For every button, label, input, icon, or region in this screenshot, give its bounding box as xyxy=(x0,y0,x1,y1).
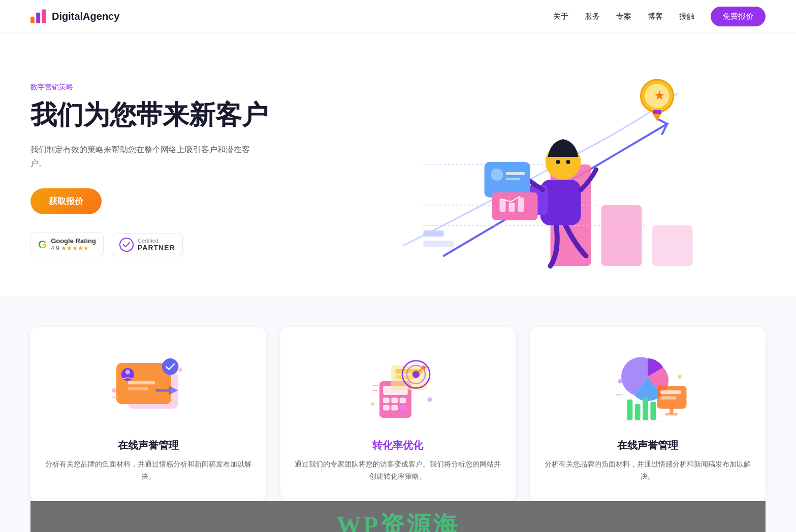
nav-cases[interactable]: 专案 xyxy=(616,12,631,21)
service-card-0: 在线声誉管理 分析有关您品牌的负面材料，并通过情感分析和新闻稿发布加以解决。 xyxy=(30,327,266,501)
google-g-icon: G xyxy=(38,238,47,251)
svg-rect-72 xyxy=(665,413,678,416)
certified-icon xyxy=(119,238,134,252)
watermark-text: WP资源海 xyxy=(337,512,459,532)
svg-rect-11 xyxy=(424,241,454,247)
google-rating-label: Google Rating xyxy=(51,237,96,245)
svg-rect-32 xyxy=(128,381,155,384)
svg-rect-33 xyxy=(128,387,148,390)
nav-links: 关于 服务 专案 博客 接触 免费报价 xyxy=(553,7,766,26)
hero-content: 数字营销策略 我们为您带来新客户 我们制定有效的策略来帮助您在整个网络上吸引客户… xyxy=(30,83,315,256)
svg-rect-22 xyxy=(500,199,506,212)
svg-point-18 xyxy=(491,169,503,181)
svg-point-15 xyxy=(556,160,560,164)
svg-rect-6 xyxy=(652,225,693,266)
svg-point-40 xyxy=(178,368,182,372)
hero-illustration: ★ xyxy=(315,63,766,276)
svg-point-39 xyxy=(112,388,116,393)
watermark: WP资源海 xyxy=(30,501,766,532)
service-card-2: 在线声誉管理 分析有关您品牌的负面材料，并通过情感分析和新闻稿发布加以解决。 xyxy=(530,327,766,501)
svg-rect-46 xyxy=(400,397,406,403)
svg-rect-70 xyxy=(660,396,677,400)
nav-blog[interactable]: 博客 xyxy=(648,12,663,21)
svg-point-74 xyxy=(678,375,682,378)
google-stars: ★★★★★ xyxy=(61,245,89,252)
services-grid: 在线声誉管理 分析有关您品牌的负面材料，并通过情感分析和新闻稿发布加以解决。 xyxy=(30,327,766,501)
hero-cta-button[interactable]: 获取报价 xyxy=(30,188,102,214)
certified-label: Certified xyxy=(138,238,175,244)
svg-point-60 xyxy=(428,397,432,402)
service-desc-0: 分析有关您品牌的负面材料，并通过情感分析和新闻稿发布加以解决。 xyxy=(45,458,252,483)
certified-text: Certified PARTNER xyxy=(138,238,175,252)
svg-rect-24 xyxy=(518,197,524,212)
svg-point-3 xyxy=(120,238,133,251)
svg-point-16 xyxy=(566,160,570,164)
svg-rect-0 xyxy=(30,17,35,23)
svg-rect-47 xyxy=(384,405,390,411)
google-rating-badge: G Google Rating 4.9 ★★★★★ xyxy=(30,232,104,256)
google-rating-value: 4.9 ★★★★★ xyxy=(51,245,96,252)
service-title-2: 在线声誉管理 xyxy=(617,439,678,452)
svg-point-61 xyxy=(371,402,374,406)
svg-rect-49 xyxy=(400,405,406,411)
service-icon-1 xyxy=(352,345,443,426)
hero-tag: 数字营销策略 xyxy=(30,83,315,92)
nav-contact[interactable]: 接触 xyxy=(679,12,694,21)
svg-rect-23 xyxy=(509,203,515,212)
service-card-1: 转化率优化 通过我们的专家团队将您的访客变成客户。我们将分析您的网站并创建转化率… xyxy=(280,327,516,501)
logo[interactable]: DigitalAgency xyxy=(30,9,119,23)
service-desc-2: 分析有关您品牌的负面材料，并通过情感分析和新闻稿发布加以解决。 xyxy=(544,458,751,483)
svg-rect-20 xyxy=(506,178,520,180)
service-svg-0 xyxy=(103,340,194,431)
hero-title: 我们为您带来新客户 xyxy=(30,100,315,130)
svg-rect-64 xyxy=(635,404,641,420)
svg-rect-44 xyxy=(384,397,390,403)
certified-partner-badge: Certified PARTNER xyxy=(112,233,183,256)
nav-services[interactable]: 服务 xyxy=(585,12,600,21)
services-section: 在线声誉管理 分析有关您品牌的负面材料，并通过情感分析和新闻稿发布加以解决。 xyxy=(0,296,796,532)
svg-rect-5 xyxy=(601,205,642,266)
svg-rect-65 xyxy=(643,397,648,420)
service-desc-1: 通过我们的专家团队将您的访客变成客户。我们将分析您的网站并创建转化率策略。 xyxy=(295,458,502,483)
navbar: DigitalAgency 关于 服务 专案 博客 接触 免费报价 xyxy=(0,0,796,32)
service-svg-2 xyxy=(602,340,693,431)
google-badge-text: Google Rating 4.9 ★★★★★ xyxy=(51,237,96,252)
service-title-1: 转化率优化 xyxy=(372,439,423,452)
svg-rect-71 xyxy=(670,408,673,414)
nav-about[interactable]: 关于 xyxy=(553,12,568,21)
svg-rect-66 xyxy=(651,402,656,420)
svg-rect-37 xyxy=(155,389,170,391)
hero-svg: ★ xyxy=(315,63,766,276)
svg-rect-45 xyxy=(392,397,398,403)
svg-rect-27 xyxy=(653,110,661,114)
svg-rect-1 xyxy=(36,13,40,23)
svg-rect-69 xyxy=(660,390,681,394)
service-icon-2 xyxy=(602,345,693,426)
service-title-0: 在线声誉管理 xyxy=(118,439,179,452)
svg-rect-19 xyxy=(506,172,525,175)
logo-text: DigitalAgency xyxy=(52,11,119,22)
service-icon-0 xyxy=(103,345,194,426)
svg-rect-63 xyxy=(627,400,633,420)
svg-point-35 xyxy=(125,370,130,375)
hero-section: 数字营销策略 我们为您带来新客户 我们制定有效的策略来帮助您在整个网络上吸引客户… xyxy=(0,32,796,296)
svg-point-38 xyxy=(162,358,178,375)
service-svg-1 xyxy=(352,340,443,431)
svg-rect-10 xyxy=(424,230,444,237)
svg-point-73 xyxy=(618,379,623,384)
hero-badges: G Google Rating 4.9 ★★★★★ Certified xyxy=(30,232,315,256)
nav-cta-button[interactable]: 免费报价 xyxy=(711,7,766,26)
svg-rect-2 xyxy=(42,9,46,23)
svg-rect-48 xyxy=(392,405,398,411)
hero-desc: 我们制定有效的策略来帮助您在整个网络上吸引客户和潜在客户。 xyxy=(30,143,254,170)
partner-label: PARTNER xyxy=(138,244,175,252)
svg-text:★: ★ xyxy=(654,89,665,102)
logo-icon xyxy=(30,9,47,23)
